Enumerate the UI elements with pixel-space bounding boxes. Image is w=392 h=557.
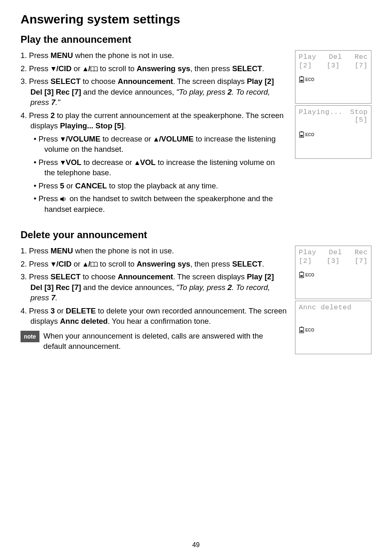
- t: , then press: [190, 64, 232, 73]
- svg-marker-3: [61, 137, 65, 142]
- triangle-up-icon: [153, 137, 159, 142]
- note-text: When your announcement is deleted, calls…: [44, 331, 287, 352]
- answering-sys-label: Answering sys: [136, 64, 190, 73]
- t: or: [71, 260, 83, 268]
- svg-marker-15: [83, 262, 88, 267]
- svg-rect-9: [300, 77, 304, 82]
- battery-icon: [299, 272, 304, 278]
- svg-rect-13: [300, 135, 303, 137]
- section1-screens: Play Del Rec [2] [3] [7] ECO Playing... …: [295, 50, 371, 217]
- section2-text: Press MENU when the phone is not in use.…: [21, 246, 287, 356]
- t: Press: [29, 64, 51, 73]
- svg-marker-4: [154, 137, 158, 142]
- bullet-1: Press /VOLUME to decrease or /VOLUME to …: [34, 134, 287, 155]
- eco-label: ECO: [305, 77, 314, 82]
- t: to choose: [81, 272, 118, 281]
- t: Press: [29, 306, 51, 315]
- q7: 7: [51, 293, 55, 302]
- t: , then press: [190, 260, 232, 268]
- t: or: [71, 64, 83, 73]
- svg-marker-0: [51, 67, 55, 71]
- triangle-up-icon: [83, 262, 88, 267]
- t: to scroll to: [98, 64, 137, 73]
- answering-sys-label: Answering sys: [136, 260, 190, 268]
- triangle-down-icon: [51, 67, 56, 72]
- t: . The screen displays: [173, 272, 247, 281]
- t: .: [262, 260, 264, 268]
- t: and the device announces,: [81, 283, 176, 292]
- t: and the device announces,: [81, 88, 176, 96]
- page-title: Answering system settings: [21, 12, 371, 26]
- step-2: Press /CID or / to scroll to Answering s…: [21, 259, 287, 269]
- cancel-label: CANCEL: [75, 181, 107, 190]
- scr-rec: Rec: [355, 53, 368, 61]
- svg-rect-10: [300, 80, 303, 81]
- scr-play: Play: [299, 53, 316, 61]
- section2-screens: Play Del Rec [2] [3] [7] ECO Annc delete…: [295, 246, 371, 356]
- screen-play-del-rec: Play Del Rec [2] [3] [7] ECO: [295, 50, 371, 104]
- q: "To play, press: [176, 283, 228, 292]
- step-1: Press MENU when the phone is not in use.: [21, 50, 287, 61]
- battery-icon: [299, 76, 304, 83]
- screen-annc-deleted: Annc deleted ECO: [295, 301, 371, 354]
- t: Press: [39, 158, 60, 167]
- svg-marker-5: [61, 161, 65, 165]
- svg-rect-12: [300, 132, 304, 137]
- svg-rect-22: [300, 330, 303, 332]
- vol-label: VOL: [66, 158, 81, 167]
- select-label: SELECT: [232, 64, 262, 73]
- three-label: 3: [51, 306, 55, 315]
- svg-marker-14: [51, 262, 55, 267]
- q: "To play, press: [176, 88, 228, 96]
- step-1: Press MENU when the phone is not in use.: [21, 246, 287, 256]
- bullet-2: Press VOL to decrease or VOL to increase…: [34, 157, 287, 178]
- t: .: [124, 121, 126, 130]
- t: . You hear a confirmation tone.: [108, 317, 211, 325]
- t: on the handset to switch between the spe…: [44, 194, 273, 214]
- t: Press: [29, 77, 51, 86]
- annc-deleted-label: Annc deleted: [60, 317, 108, 325]
- scr-del: Del: [329, 248, 342, 256]
- t: Press: [29, 272, 51, 281]
- step-2: Press /CID or / to scroll to Answering s…: [21, 63, 287, 74]
- q: .: [55, 293, 58, 302]
- triangle-up-icon: [134, 160, 140, 165]
- t: to stop the playback at any time.: [107, 181, 218, 190]
- note-badge: note: [21, 331, 39, 342]
- t: when the phone is not in use.: [73, 51, 174, 60]
- bullet-4: Press on the handset to switch between t…: [34, 193, 287, 214]
- step-3: Press SELECT to choose Announcement. The…: [21, 272, 287, 303]
- triangle-down-icon: [60, 137, 66, 142]
- svg-rect-21: [300, 327, 304, 333]
- scr-3: [3]: [327, 257, 340, 265]
- scr-del: Del: [329, 53, 342, 61]
- triangle-down-icon: [51, 262, 56, 267]
- vol-label: VOL: [140, 158, 156, 167]
- announcement-label: Announcement: [118, 272, 173, 281]
- menu-label: MENU: [51, 51, 73, 60]
- section-heading-play: Play the announcement: [21, 34, 371, 45]
- cid-label: /CID: [56, 260, 71, 268]
- scr-2: [2]: [299, 257, 312, 265]
- select-label: SELECT: [51, 272, 81, 281]
- t: Press: [29, 246, 51, 255]
- scr-play: Play: [299, 248, 316, 256]
- speaker-icon: [60, 196, 67, 202]
- step-4: Press 3 or DELETE to delete your own rec…: [21, 306, 287, 327]
- t: . The screen displays: [173, 77, 247, 86]
- step-4: Press 2 to play the current announcement…: [21, 110, 287, 215]
- scr-playing: Playing...: [299, 108, 343, 116]
- five-label: 5: [60, 181, 64, 190]
- svg-rect-19: [300, 275, 303, 277]
- battery-icon: [299, 131, 304, 138]
- triangle-up-icon: [83, 67, 88, 72]
- eco-label: ECO: [305, 132, 314, 137]
- q2: 2: [228, 88, 232, 96]
- t: or: [55, 306, 66, 315]
- q7: 7: [51, 98, 55, 107]
- volume-label: /VOLUME: [159, 135, 194, 143]
- q: .": [55, 98, 60, 107]
- bullet-3: Press 5 or CANCEL to stop the playback a…: [34, 181, 287, 191]
- page-number: 49: [192, 541, 200, 549]
- t: Press: [29, 111, 51, 120]
